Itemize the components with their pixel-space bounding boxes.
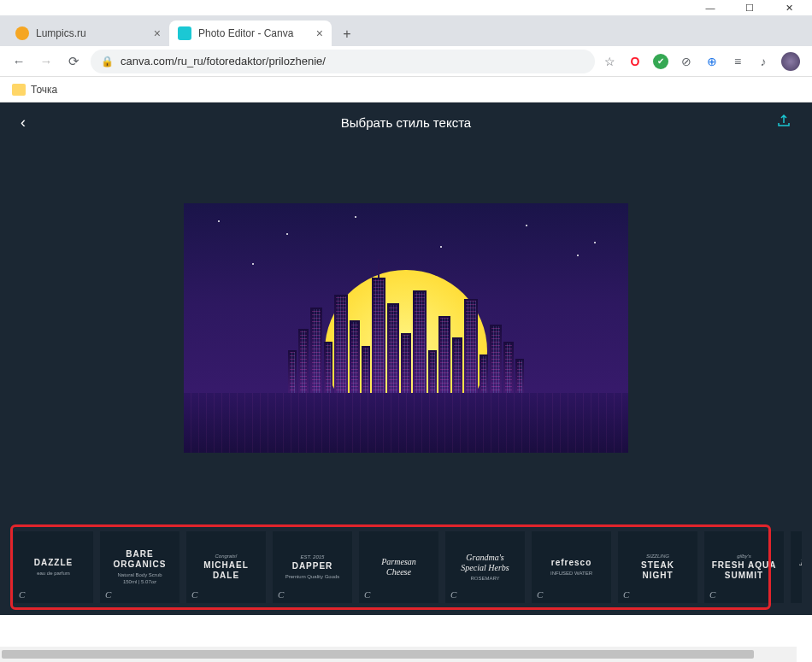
globe-icon[interactable]: ⊕ [704,54,720,69]
text-style-template[interactable]: ParmesanCheeseC [359,531,438,603]
template-title: MICHAELDALE [203,560,249,581]
check-icon[interactable]: ✔ [653,54,668,69]
text-style-template[interactable]: SIZZLINGSTEAKNIGHTC [618,531,697,603]
template-subtitle: eau de parfum [37,571,70,577]
nav-reload-button[interactable]: ⟳ [63,51,84,72]
nav-forward-button[interactable]: → [36,51,56,72]
lock-icon: 🔒 [101,56,114,67]
block-icon[interactable]: ⊘ [679,54,694,69]
url-text: canva.com/ru_ru/fotoredaktor/prilozhenie… [121,55,326,67]
window-close[interactable]: ✕ [769,0,809,15]
text-style-template[interactable]: gilby'sFRESH AQUASUMMITC [704,531,784,603]
browser-tab-canva[interactable]: Photo Editor - Canva × [169,21,332,46]
tab-title: Photo Editor - Canva [198,27,309,39]
text-style-template[interactable]: Grandma'sSpecial HerbsROSEMARYC [445,531,525,603]
star-icon[interactable]: ☆ [602,54,617,69]
favicon-icon [15,26,29,40]
text-style-template[interactable]: Ja& [791,531,802,603]
list-icon[interactable]: ♪ [756,54,771,69]
canva-badge-icon: C [364,589,370,600]
text-style-template[interactable]: BAREORGANICSNatural Body Scrub150ml | 5.… [100,531,179,603]
scrollbar-thumb[interactable] [2,650,754,659]
template-pretitle: EST. 2015 [301,554,325,559]
template-title: DAPPER [292,561,333,571]
template-pretitle: SIZZLING [646,554,669,559]
text-style-template[interactable]: DAZZLEeau de parfumC [14,531,93,603]
text-style-strip: DAZZLEeau de parfumCBAREORGANICSNatural … [0,523,812,615]
template-subtitle: ROSEMARY [470,576,499,582]
opera-icon[interactable]: O [627,54,643,69]
canva-badge-icon: C [537,589,543,600]
favicon-icon [178,26,191,40]
tab-title: Lumpics.ru [36,27,147,39]
canva-badge-icon: C [191,589,197,600]
text-style-template[interactable]: Congrats!MICHAELDALEC [186,531,266,603]
close-tab-icon[interactable]: × [316,26,323,40]
window-titlebar: — ☐ ✕ [0,0,812,15]
new-tab-button[interactable]: + [335,22,359,46]
template-subtitle: INFUSED WATER [550,571,592,577]
menu-icon[interactable]: ≡ [730,54,745,69]
canva-badge-icon: C [623,589,629,600]
canva-editor: ‹ Выбрать стиль текста [0,103,812,615]
template-title: FRESH AQUASUMMIT [712,560,777,581]
folder-icon [12,84,26,96]
canva-badge-icon: C [105,589,111,600]
template-title: ParmesanCheese [381,557,416,577]
bookmark-item[interactable]: Точка [31,84,57,96]
page-title: Выбрать стиль текста [41,115,771,130]
template-title: BAREORGANICS [114,549,167,570]
back-button[interactable]: ‹ [21,114,41,132]
browser-tab-strip: Lumpics.ru × Photo Editor - Canva × + [0,15,812,46]
canva-badge-icon: C [19,589,25,600]
template-title: Ja [799,558,802,568]
bookmarks-bar: Точка [0,77,812,103]
template-pretitle: Congrats! [215,554,237,559]
text-style-template[interactable]: EST. 2015DAPPERPremium Quality GoodsC [273,531,352,603]
template-pretitle: gilby's [737,554,751,559]
template-title: refresco [551,558,591,568]
canvas-area [0,142,812,523]
window-maximize[interactable]: ☐ [730,0,769,15]
browser-toolbar: ← → ⟳ 🔒 canva.com/ru_ru/fotoredaktor/pri… [0,46,812,77]
editor-header: ‹ Выбрать стиль текста [0,103,812,142]
avatar[interactable] [781,52,800,71]
template-title: Grandma'sSpecial Herbs [461,553,509,573]
extension-icons: ☆ O ✔ ⊘ ⊕ ≡ ♪ [602,52,803,71]
horizontal-scrollbar[interactable] [0,647,797,662]
share-button[interactable] [771,113,791,132]
nav-back-button[interactable]: ← [9,51,29,72]
text-style-template[interactable]: refrescoINFUSED WATERC [532,531,611,603]
close-tab-icon[interactable]: × [154,26,161,40]
window-minimize[interactable]: — [691,0,730,15]
decorative-water [184,393,628,453]
share-icon [776,113,791,128]
canva-badge-icon: C [450,589,456,600]
template-title: STEAKNIGHT [641,560,674,581]
canva-badge-icon: C [709,589,715,600]
address-bar[interactable]: 🔒 canva.com/ru_ru/fotoredaktor/prilozhen… [91,50,595,73]
template-subtitle: Premium Quality Goods [285,574,340,580]
canva-badge-icon: C [278,589,284,600]
template-title: DAZZLE [34,558,73,568]
decorative-skyline [184,273,628,401]
browser-tab-lumpics[interactable]: Lumpics.ru × [7,21,169,46]
image-canvas[interactable] [184,203,628,453]
template-subtitle: Natural Body Scrub150ml | 5.07oz [117,572,162,584]
